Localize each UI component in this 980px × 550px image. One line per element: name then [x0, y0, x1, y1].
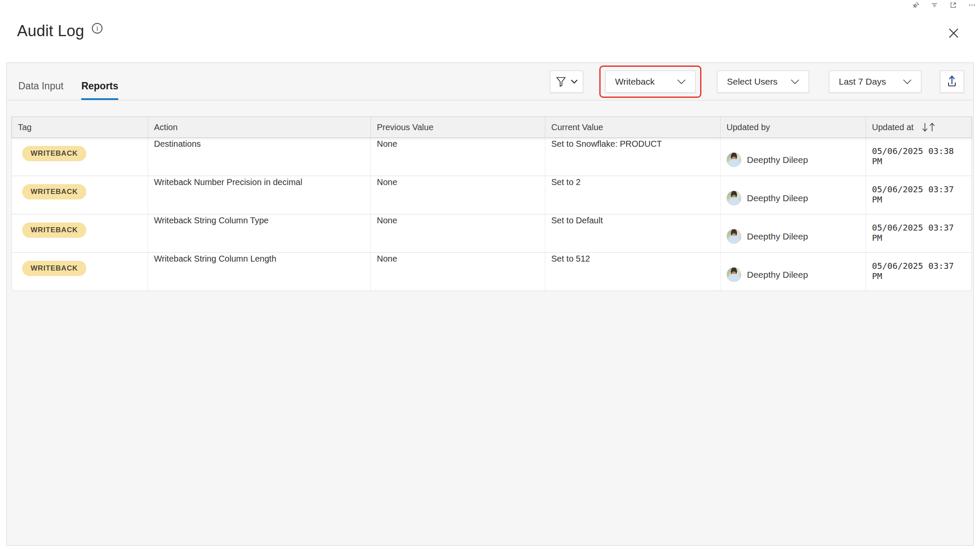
dialog-header: Audit Log i	[17, 22, 103, 40]
sort-toggle[interactable]	[921, 122, 936, 132]
tab-data-input[interactable]: Data Input	[18, 80, 63, 100]
export-button[interactable]	[940, 71, 964, 93]
focus-mode-icon[interactable]	[949, 1, 957, 9]
audit-table: Tag Action Previous Value Current Value …	[11, 117, 972, 291]
highlight-box: Writeback	[599, 66, 701, 98]
current-value-cell: Set to 512	[545, 253, 721, 291]
date-filter-value: Last 7 Days	[839, 77, 886, 87]
table-row: WRITEBACK Destinations None Set to Snowf…	[11, 138, 972, 176]
table-header-row: Tag Action Previous Value Current Value …	[11, 117, 972, 138]
table-body: WRITEBACK Destinations None Set to Snowf…	[11, 138, 972, 291]
tab-reports[interactable]: Reports	[81, 80, 118, 100]
previous-value-cell: None	[371, 138, 545, 176]
tag-filter-value: Writeback	[615, 77, 655, 87]
user-filter-dropdown[interactable]: Select Users	[717, 71, 809, 93]
date-filter-dropdown[interactable]: Last 7 Days	[829, 71, 921, 93]
more-options-icon[interactable]	[968, 1, 976, 9]
filter-lines-icon[interactable]	[931, 1, 938, 9]
avatar	[726, 191, 741, 205]
column-header-action: Action	[148, 117, 371, 137]
updated-at-cell: 05/06/2025 03:38 PM	[866, 138, 972, 176]
close-icon[interactable]	[947, 26, 960, 40]
table-row: WRITEBACK Writeback String Column Type N…	[11, 214, 972, 253]
user-name: Deepthy Dileep	[747, 193, 808, 203]
tab-bar: Data Input Reports	[18, 80, 118, 100]
action-cell: Writeback String Column Length	[148, 253, 371, 291]
previous-value-cell: None	[371, 214, 545, 252]
updated-at-cell: 05/06/2025 03:37 PM	[866, 214, 972, 252]
current-value-cell: Set to Default	[545, 214, 721, 252]
previous-value-cell: None	[371, 253, 545, 291]
tag-cell: WRITEBACK	[12, 176, 148, 214]
table-row: WRITEBACK Writeback Number Precision in …	[11, 176, 972, 214]
tag-cell: WRITEBACK	[12, 253, 148, 291]
current-value-cell: Set to 2	[545, 176, 721, 214]
action-cell: Writeback Number Precision in decimal	[148, 176, 371, 214]
info-icon[interactable]: i	[92, 23, 103, 34]
updated-at-cell: 05/06/2025 03:37 PM	[866, 176, 972, 214]
writeback-tag-badge: WRITEBACK	[22, 184, 86, 199]
action-cell: Destinations	[148, 138, 371, 176]
column-header-updated-by: Updated by	[721, 117, 866, 137]
updated-by-cell: Deepthy Dileep	[721, 176, 866, 214]
visual-header	[912, 1, 976, 9]
current-value-cell: Set to Snowflake: PRODUCT	[545, 138, 721, 176]
export-icon	[946, 74, 958, 89]
avatar	[726, 229, 741, 244]
table-row: WRITEBACK Writeback String Column Length…	[11, 253, 972, 291]
action-cell: Writeback String Column Type	[148, 214, 371, 252]
avatar	[726, 267, 741, 282]
topbar: Data Input Reports Writeback	[7, 63, 973, 100]
avatar	[726, 152, 741, 167]
column-header-previous-value: Previous Value	[371, 117, 545, 137]
writeback-tag-badge: WRITEBACK	[22, 222, 86, 238]
updated-at-cell: 05/06/2025 03:37 PM	[866, 253, 972, 291]
writeback-tag-badge: WRITEBACK	[22, 146, 86, 161]
arrow-down-icon	[921, 122, 929, 132]
updated-by-cell: Deepthy Dileep	[721, 214, 866, 252]
chevron-down-icon	[903, 79, 912, 85]
toolbar: Writeback Select Users Last 7	[550, 63, 964, 100]
arrow-up-icon	[929, 122, 936, 132]
audit-log-panel: Data Input Reports Writeback	[6, 63, 974, 546]
chevron-down-icon	[571, 79, 578, 84]
page-title: Audit Log	[17, 22, 84, 40]
updated-by-cell: Deepthy Dileep	[721, 138, 866, 176]
tag-filter-dropdown[interactable]: Writeback	[605, 71, 695, 93]
tag-cell: WRITEBACK	[12, 138, 148, 176]
funnel-icon	[556, 76, 567, 87]
writeback-tag-badge: WRITEBACK	[22, 261, 86, 276]
previous-value-cell: None	[371, 176, 545, 214]
chevron-down-icon	[677, 79, 686, 85]
column-header-updated-at: Updated at	[866, 117, 972, 137]
chevron-down-icon	[791, 79, 799, 85]
updated-by-cell: Deepthy Dileep	[721, 253, 866, 291]
user-filter-value: Select Users	[727, 77, 778, 87]
user-name: Deepthy Dileep	[747, 231, 808, 242]
filter-button[interactable]	[550, 71, 583, 93]
user-name: Deepthy Dileep	[747, 155, 808, 165]
tag-cell: WRITEBACK	[12, 214, 148, 252]
user-name: Deepthy Dileep	[747, 270, 808, 280]
column-header-current-value: Current Value	[545, 117, 721, 137]
column-header-tag: Tag	[12, 117, 148, 137]
pin-icon[interactable]	[912, 1, 920, 9]
